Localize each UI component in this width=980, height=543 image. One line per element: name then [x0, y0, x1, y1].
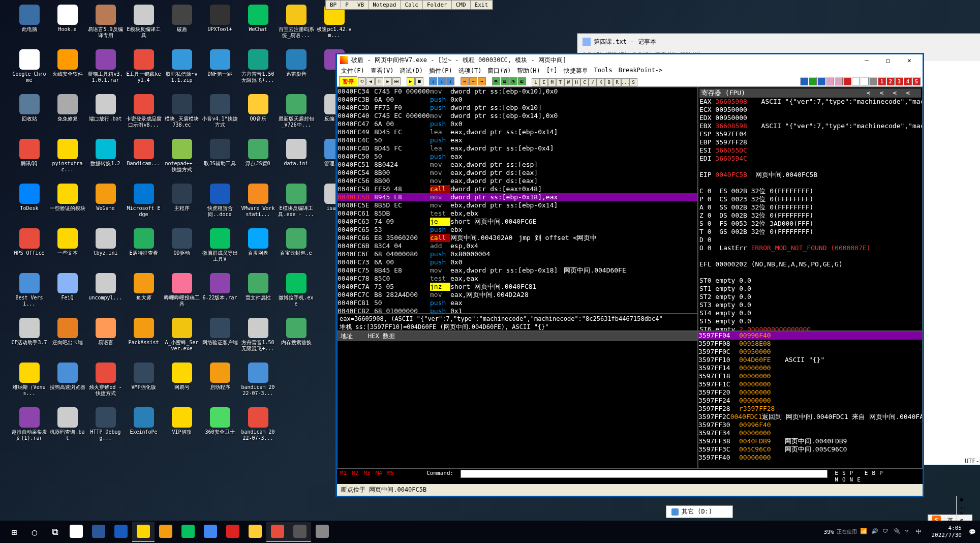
toolbtn[interactable]: → [461, 77, 469, 85]
menu-item[interactable]: 查看(V) [369, 67, 396, 75]
desktop-icon[interactable]: E盾特征查看 [125, 226, 163, 271]
stack-line[interactable]: 3597FF28 r3597FF28 [698, 405, 922, 413]
desktop-icon[interactable]: VIP借攻 [163, 405, 201, 450]
ime-btn[interactable]: ● [956, 496, 972, 503]
desktop-icon[interactable]: 迅雷影音 [277, 47, 315, 92]
disasm-line[interactable]: 0040FC54 8B00 mov eax,dword ptr ds:[eax] [338, 169, 697, 177]
disasm-line[interactable]: 0040FC5E 8B5D EC mov ebx,dword ptr ss:[e… [338, 201, 697, 209]
toolbtn-bp[interactable]: BP [326, 1, 341, 9]
reg-EBX[interactable]: EBX 36608598 ASCII "{"ver":7,"type":"mac… [699, 122, 921, 130]
disasm-line[interactable]: 0040FC50 50 push eax [338, 153, 697, 161]
desktop-icon[interactable]: 6-22版本.rar [201, 271, 239, 316]
toolbtn-exit[interactable]: Exit [471, 1, 493, 9]
color-shortcut[interactable] [843, 77, 851, 85]
disasm-line[interactable]: 0040FC4D 8D45 FC lea eax,dword ptr ss:[e… [338, 144, 697, 153]
color-shortcut[interactable] [809, 77, 817, 85]
desktop-icon[interactable]: 回收站 [10, 92, 48, 137]
toolbtn-cmd[interactable]: CMD [452, 1, 471, 9]
disasm-line[interactable]: 0040FC49 8D45 EC lea eax,dword ptr ss:[e… [338, 128, 697, 136]
color-shortcut[interactable] [861, 77, 869, 85]
disasm-line[interactable]: 0040FC3D FF75 F0 push dword ptr ss:[ebp-… [338, 104, 697, 112]
desktop-icon[interactable]: 火绒安全软件 [48, 47, 86, 92]
desktop-icon[interactable]: 维纳斯（Venus... [10, 360, 48, 405]
desktop-icon[interactable]: 浮点JS置0 [239, 137, 277, 182]
disasm-line[interactable]: 0040FC6E 68 04000080 push 0x80000004 [338, 250, 697, 258]
flag-line[interactable]: O 0 LastErr ERROR_MOD_NOT_FOUND (0000007… [699, 244, 921, 252]
mem-tab-M1[interactable]: M1 [340, 470, 347, 476]
desktop-icon[interactable]: 360安全卫士 [201, 405, 239, 450]
desktop-icon[interactable]: tbyz.ini [86, 226, 125, 271]
disasm-line[interactable]: 0040FC7A 75 05 jnz short 网页中间.0040FC81 [338, 283, 697, 291]
reg-ECX[interactable]: ECX 00950000 [699, 106, 921, 114]
taskbar-app[interactable] [132, 522, 155, 542]
desktop-icon[interactable]: 百宝云封包.e [277, 226, 315, 271]
mem-tab-M3[interactable]: M3 [364, 470, 371, 476]
shortcut-T[interactable]: T [556, 78, 564, 86]
toolbtn[interactable]: → [469, 77, 477, 85]
menu-item[interactable]: [+] [544, 67, 560, 75]
desktop-icon[interactable]: Google Chrome [10, 47, 48, 92]
desktop-icon[interactable]: CF活动助手3.7 [10, 316, 48, 360]
desktop-icon[interactable]: HTTP Debugg... [86, 405, 125, 450]
desktop-icon[interactable] [277, 360, 315, 405]
reg-arrows[interactable]: <<<< [867, 89, 919, 97]
stack-line[interactable]: 3597FF34 00000000 [698, 429, 922, 437]
disasm-line[interactable]: 0040FC5B 8945 E8 mov dword ptr ss:[ebp-0… [338, 193, 697, 201]
shortcut-K[interactable]: K [597, 78, 605, 86]
desktop-icon[interactable]: 免免修复 [48, 92, 86, 137]
taskbar-app[interactable] [110, 522, 132, 542]
flag-line[interactable]: C 0 ES 002B 32位 0(FFFFFFFF) [699, 187, 921, 195]
disasm-line[interactable]: 0040FC63 74 09 je short 网页中间.0040FC6E [338, 218, 697, 226]
disasm-line[interactable]: 0040FC61 85DB test ebx,ebx [338, 209, 697, 218]
color-shortcut[interactable] [826, 77, 834, 85]
color-shortcut[interactable] [835, 77, 843, 85]
desktop-icon[interactable]: 网易号 [163, 360, 201, 405]
shortcut-W[interactable]: W [564, 78, 572, 86]
reg-ESP[interactable]: ESP 3597FF04 [699, 130, 921, 138]
toolbtn[interactable]: ⬒ [492, 77, 500, 85]
taskbar-app[interactable] [87, 522, 110, 542]
stack-line[interactable]: 3597FF2C 0040FDC1 返回到 网页中间.0040FDC1 来自 网… [698, 413, 922, 421]
desktop-icon[interactable]: OD驱动 [163, 226, 201, 271]
desktop-icon[interactable]: 主程序 [163, 182, 201, 226]
desktop-icon[interactable]: 微脑群成员导出工具V [201, 226, 239, 271]
desktop-icon[interactable]: 卡密登录成品窗口示例v8... [125, 92, 163, 137]
reg-ESI[interactable]: ESI 366055DC [699, 146, 921, 155]
desktop-icon[interactable]: 此电脑 [10, 3, 48, 47]
reg-EDI[interactable]: EDI 3660594C [699, 155, 921, 163]
toolbtn[interactable]: ⬔ [509, 77, 517, 85]
menu-item[interactable]: 窗口(W) [485, 67, 513, 75]
menu-item[interactable]: 插件(P) [427, 67, 454, 75]
toolbtn[interactable]: ⟲ [358, 77, 366, 85]
mem-tab-M2[interactable]: M2 [352, 470, 358, 476]
toolbtn-folder[interactable]: Folder [423, 1, 452, 9]
taskbar-app[interactable] [222, 522, 244, 542]
desktop-icon[interactable]: 数据转换1.2 [86, 137, 125, 182]
desktop-icon[interactable]: 微博搜手机.exe [277, 271, 315, 316]
desktop-icon[interactable]: 易语言 [86, 316, 125, 360]
notepad-titlebar[interactable]: 第四课.txt - 记事本 [577, 34, 980, 50]
desktop-icon[interactable]: 端口放行.bat [86, 92, 125, 137]
desktop-icon[interactable]: 腾讯QQ [10, 137, 48, 182]
toolbtn[interactable]: → [478, 77, 486, 85]
toolbtn[interactable]: ↓ [446, 77, 454, 85]
desktop-icon[interactable]: 逆向吧出卡端 [48, 316, 86, 360]
desktop-icon[interactable]: 取吧私信源~v1.1.zip [163, 47, 201, 92]
desktop-icon[interactable]: VMP强化版 [125, 360, 163, 405]
taskbar-app[interactable] [289, 522, 311, 542]
toolbtn[interactable]: ⬓ [501, 77, 509, 85]
debugger-titlebar[interactable]: 破盾 - 网页中间件V7.exe - [过~ - 线程 000030CC, 模块… [337, 54, 923, 66]
power-icon[interactable]: 🔌 [894, 528, 902, 536]
menu-item[interactable]: 调试(D) [397, 67, 425, 75]
desktop-icon[interactable]: 一些文本 [48, 226, 86, 271]
desktop-icon[interactable]: 模块_天盾模块738.ec [163, 92, 201, 137]
mem-tab-M4[interactable]: M4 [376, 470, 382, 476]
shortcut-S[interactable]: S [629, 78, 637, 86]
clock[interactable]: 4:05 2022/7/30 [927, 525, 966, 539]
desktop-icon[interactable]: 取JS辅助工具 [201, 137, 239, 182]
desktop-icon[interactable]: WeChat [239, 3, 277, 47]
flag-line[interactable]: Z 0 DS 002B 32位 0(FFFFFFFF) [699, 212, 921, 220]
taskbar-app[interactable] [266, 522, 289, 542]
command-input[interactable] [461, 470, 828, 478]
cortana-button[interactable]: ○ [24, 522, 45, 542]
